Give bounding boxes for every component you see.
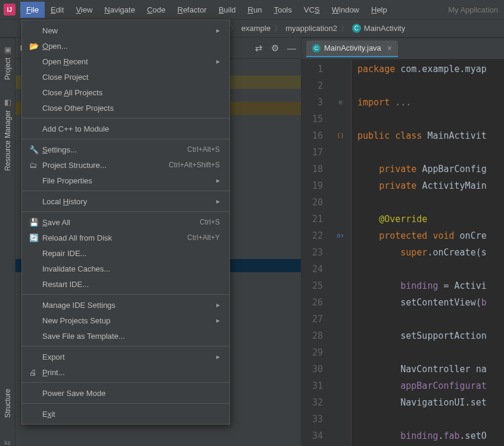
menu-tools[interactable]: Tools <box>268 2 298 18</box>
menu-item-exit[interactable]: Exit <box>22 406 229 422</box>
chevron-right-icon: ▸ <box>216 353 220 361</box>
rail-tab-structure[interactable]: Structure <box>4 389 12 418</box>
menu-help[interactable]: Help <box>365 2 393 18</box>
menu-navigate[interactable]: Navigate <box>98 2 141 18</box>
gutter-fold-icon: ⊞ <box>330 94 351 111</box>
rail-tab-project[interactable]: Project <box>4 58 12 80</box>
code-line: NavController na <box>357 361 504 378</box>
separator <box>22 346 229 347</box>
file-menu-dropdown[interactable]: New▸📂Open...Open Recent▸Close ProjectClo… <box>21 20 230 425</box>
menu-item-label: Exit <box>42 410 220 419</box>
gutter-blank <box>330 144 351 161</box>
line-number: 23 <box>301 244 323 261</box>
menu-item-reload-all-from-disk[interactable]: 🔄Reload All from DiskCtrl+Alt+Y <box>22 230 229 245</box>
menu-item-label: Reload All from Disk <box>42 233 187 242</box>
gutter-blank <box>330 394 351 411</box>
line-number: 22 <box>301 227 323 244</box>
separator <box>22 403 229 404</box>
menu-item-label: File Properties <box>42 176 216 185</box>
menu-item-add-c-to-module[interactable]: Add C++ to Module <box>22 121 229 136</box>
line-number: 33 <box>301 411 323 428</box>
gutter-blank <box>330 211 351 227</box>
chevron-right-icon: ▸ <box>216 301 220 309</box>
menu-item-project-structure[interactable]: 🗂Project Structure...Ctrl+Alt+Shift+S <box>22 157 229 173</box>
menu-item-label: Manage IDE Settings <box>42 301 216 310</box>
menu-edit[interactable]: Edit <box>45 2 70 18</box>
menu-build[interactable]: Build <box>213 2 242 18</box>
menu-item-close-all-projects[interactable]: Close All Projects <box>22 85 229 100</box>
menu-item-label: Save All <box>42 218 200 227</box>
menu-item-label: Save File as Template... <box>42 332 220 341</box>
breadcrumb-item[interactable]: example <box>241 24 270 33</box>
breadcrumb-item[interactable]: MainActivity <box>364 24 405 33</box>
menu-item-new[interactable]: New▸ <box>22 23 229 38</box>
gutter-blank <box>330 194 351 211</box>
code-area[interactable]: package com.example.myap import ... publ… <box>351 60 504 446</box>
code-line: @Override <box>357 211 504 227</box>
line-number: 25 <box>301 277 323 294</box>
menu-refactor[interactable]: Refactor <box>172 2 213 18</box>
close-icon[interactable]: × <box>387 43 392 53</box>
menu-item-label: Project Structure... <box>42 161 169 170</box>
line-number: 29 <box>301 344 323 361</box>
breadcrumb-item[interactable]: myapplication2 <box>285 24 337 33</box>
hide-icon[interactable]: — <box>287 43 296 54</box>
menu-item-open[interactable]: 📂Open... <box>22 38 229 54</box>
menu-vcs[interactable]: VCS <box>298 2 326 18</box>
select-opened-icon[interactable]: ⇄ <box>255 43 263 54</box>
gutter-blank <box>330 294 351 311</box>
menu-item-save-file-as-template[interactable]: Save File as Template... <box>22 328 229 344</box>
menu-item-power-save-mode[interactable]: Power Save Mode <box>22 385 229 401</box>
code-line: package com.example.myap <box>357 61 504 77</box>
menu-item-settings[interactable]: 🔧Settings...Ctrl+Alt+S <box>22 142 229 157</box>
code-line <box>357 111 504 127</box>
menu-item-label: Power Save Mode <box>42 389 220 398</box>
code-line: private ActivityMain <box>357 177 504 194</box>
line-number: 27 <box>301 311 323 328</box>
menu-item-export[interactable]: Export▸ <box>22 349 229 364</box>
menu-run[interactable]: Run <box>242 2 268 18</box>
code-line: import ... <box>357 94 504 111</box>
editor-tabs: C MainActivity.java × <box>301 38 504 60</box>
menu-file[interactable]: File <box>20 2 45 18</box>
menu-item-open-recent[interactable]: Open Recent▸ <box>22 54 229 69</box>
menu-item-repair-ide[interactable]: Repair IDE... <box>22 245 229 261</box>
gutter-blank <box>330 177 351 194</box>
bookmarks-label[interactable]: ks <box>5 439 11 446</box>
separator <box>22 139 229 139</box>
menu-item-close-project[interactable]: Close Project <box>22 69 229 85</box>
menu-item-local-history[interactable]: Local History▸ <box>22 194 229 209</box>
menu-item-close-other-projects[interactable]: Close Other Projects <box>22 100 229 116</box>
separator <box>22 191 229 191</box>
menu-item-shortcut: Ctrl+Alt+S <box>187 145 220 154</box>
code-line: binding.fab.setO <box>357 428 504 444</box>
menu-item-manage-ide-settings[interactable]: Manage IDE Settings▸ <box>22 297 229 313</box>
chevron-right-icon: 〉 <box>274 23 282 34</box>
editor: C MainActivity.java × 123151617181920212… <box>301 38 504 446</box>
menu-item-print[interactable]: 🖨Print... <box>22 364 229 380</box>
menu-item-icon: 🔧 <box>29 145 42 154</box>
menu-item-label: Local History <box>42 197 216 206</box>
line-number: 24 <box>301 261 323 277</box>
gear-icon[interactable]: ⚙ <box>271 43 279 54</box>
menu-item-new-projects-setup[interactable]: New Projects Setup▸ <box>22 313 229 328</box>
line-number: 1 <box>301 61 323 77</box>
chevron-right-icon: 〉 <box>341 23 349 34</box>
menu-window[interactable]: Window <box>326 2 365 18</box>
menu-item-label: New <box>42 26 216 35</box>
menu-item-label: Close All Projects <box>42 88 220 97</box>
editor-tab[interactable]: C MainActivity.java × <box>306 40 398 57</box>
menu-item-shortcut: Ctrl+S <box>200 218 220 226</box>
line-number: 34 <box>301 428 323 444</box>
editor-body[interactable]: 1231516171819202122232425262728293031323… <box>301 60 504 446</box>
menu-item-restart-ide[interactable]: Restart IDE... <box>22 276 229 292</box>
menu-item-file-properties[interactable]: File Properties▸ <box>22 173 229 188</box>
menu-code[interactable]: Code <box>141 2 172 18</box>
menu-item-invalidate-caches[interactable]: Invalidate Caches... <box>22 261 229 276</box>
separator <box>22 211 229 212</box>
rail-tab-resource-manager[interactable]: Resource Manager <box>4 110 12 171</box>
menu-item-save-all[interactable]: 💾Save AllCtrl+S <box>22 214 229 230</box>
menubar: IJ FileEditViewNavigateCodeRefactorBuild… <box>0 0 504 20</box>
gutter-blank <box>330 261 351 277</box>
menu-view[interactable]: View <box>70 2 98 18</box>
